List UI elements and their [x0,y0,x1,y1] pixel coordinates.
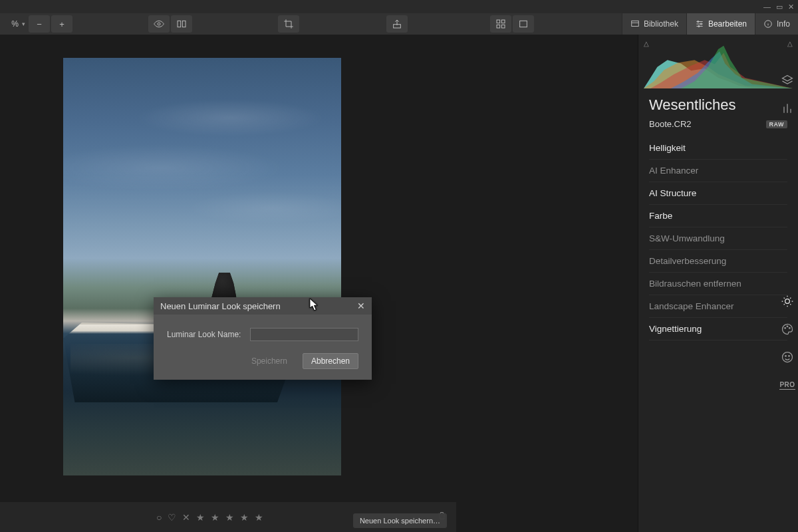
window-close-button[interactable]: ✕ [788,3,794,11]
look-name-label: Luminar Look Name: [167,330,241,339]
svg-point-14 [785,299,790,304]
tool-item[interactable]: S&W-Umwandlung [649,227,787,250]
svg-point-19 [785,356,787,357]
star-3[interactable]: ★ [225,512,234,523]
svg-rect-9 [632,21,639,26]
highlight-clip-indicator[interactable]: △ [787,40,793,47]
sun-icon [781,295,794,308]
dialog-title: Neuen Luminar Look speichern [160,301,281,311]
tool-item[interactable]: Helligkeit [649,137,787,160]
pro-label: PRO [779,381,795,390]
tab-edit[interactable]: Bearbeiten [686,13,755,35]
window-titlebar: — ▭ ✕ [0,0,798,13]
creative-workspace-button[interactable] [780,322,795,336]
compare-icon [176,19,187,29]
tool-item[interactable]: Landscape Enhancer [649,295,787,318]
reject-toggle[interactable]: ✕ [182,512,190,523]
mode-tabs: Bibliothek Bearbeiten Info [622,13,798,35]
tool-list: HelligkeitAI EnhancerAI StructureFarbeS&… [638,137,798,340]
tab-info-label: Info [777,19,790,29]
save-button[interactable]: Speichern [243,353,296,369]
zoom-in-button[interactable]: + [51,15,72,33]
workspace-rail: PRO [777,294,798,392]
crop-icon [283,19,294,29]
tool-item[interactable]: Bildrauschen entfernen [649,273,787,295]
star-1[interactable]: ★ [196,512,205,523]
svg-point-16 [787,326,788,327]
grid-view-button[interactable] [490,15,511,33]
star-5[interactable]: ★ [255,512,263,523]
category-rail [777,69,798,116]
library-icon [630,19,640,29]
svg-point-20 [789,356,790,357]
status-tooltip: Neuen Look speichern… [353,513,447,528]
flag-toggle[interactable]: ○ [156,512,162,523]
tool-item[interactable]: Farbe [649,205,787,227]
share-icon [392,19,402,29]
dialog-titlebar[interactable]: Neuen Luminar Look speichern ✕ [154,297,372,315]
look-name-input[interactable] [250,328,358,341]
photo-preview[interactable] [63,58,341,475]
essentials-workspace-button[interactable] [780,294,795,309]
tool-item[interactable]: AI Enhancer [649,160,787,182]
save-look-dialog: Neuen Luminar Look speichern ✕ Luminar L… [154,297,372,380]
tab-edit-label: Bearbeiten [708,19,747,29]
pro-workspace-button[interactable]: PRO [780,378,795,392]
bars-icon [781,102,794,115]
preview-toggle-button[interactable] [148,15,170,33]
tool-item[interactable]: Detailverbesserung [649,250,787,273]
dialog-close-button[interactable]: ✕ [357,301,365,311]
favorite-toggle[interactable]: ♡ [168,512,176,523]
layers-button[interactable] [780,73,795,88]
share-button[interactable] [386,15,408,33]
star-2[interactable]: ★ [211,512,219,523]
info-icon [763,19,773,29]
svg-rect-5 [501,20,505,23]
edit-panel: △ △ Wesentliches Boote.CR2 RAW Helligkei… [638,35,798,532]
svg-point-17 [789,328,791,329]
tab-library-label: Bibliothek [644,19,678,29]
histogram-graph [644,39,793,88]
rating-controls: ○ ♡ ✕ ★ ★ ★ ★ ★ [156,512,263,523]
svg-rect-6 [497,25,500,28]
tool-item[interactable]: Vignettierung [649,318,787,340]
tool-item[interactable]: AI Structure [649,182,787,205]
zoom-value: % [0,19,19,29]
crop-button[interactable] [278,15,299,33]
svg-rect-4 [497,20,500,23]
sky-region [63,58,341,258]
sliders-icon [695,19,704,29]
window-maximize-button[interactable]: ▭ [776,3,783,11]
single-view-icon [518,19,529,29]
layers-icon [781,74,794,87]
canvas-area: Neuen Luminar Look speichern ✕ Luminar L… [0,35,638,532]
zoom-dropdown[interactable]: ▾ [19,21,28,27]
palette-icon [781,323,794,336]
tab-info[interactable]: Info [755,13,798,35]
raw-badge: RAW [766,120,788,128]
svg-rect-8 [520,21,527,27]
face-icon [781,350,794,364]
svg-point-0 [158,23,160,25]
canvas-tools-button[interactable] [780,101,795,116]
star-4[interactable]: ★ [240,512,249,523]
single-view-button[interactable] [513,15,534,33]
histogram[interactable]: △ △ [644,39,793,88]
grid-icon [495,19,506,29]
eye-icon [154,19,164,29]
panel-title: Wesentliches [638,94,798,118]
shadow-clip-indicator[interactable]: △ [644,40,649,47]
svg-rect-1 [178,21,181,27]
svg-rect-2 [182,21,186,27]
cancel-button[interactable]: Abbrechen [303,353,358,369]
svg-rect-7 [501,25,505,28]
main-toolbar: % ▾ − + Bibliothek [0,13,798,35]
tab-library[interactable]: Bibliothek [622,13,686,35]
compare-button[interactable] [171,15,192,33]
file-name: Boote.CR2 [649,119,692,129]
portrait-workspace-button[interactable] [780,350,795,364]
zoom-out-button[interactable]: − [29,15,50,33]
window-minimize-button[interactable]: — [763,3,771,11]
svg-point-15 [785,328,786,329]
svg-point-18 [783,352,793,362]
